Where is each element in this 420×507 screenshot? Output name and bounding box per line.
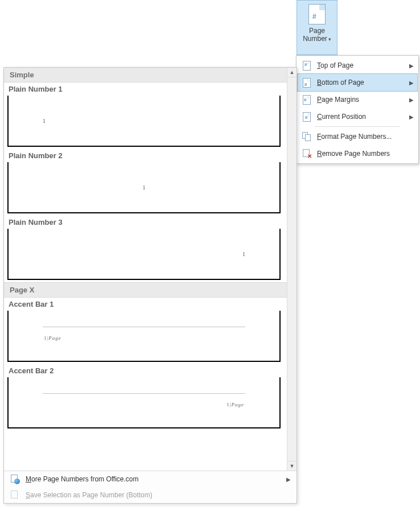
dropdown-arrow-icon: ▾ bbox=[328, 36, 331, 42]
preview-accent: 1|Page bbox=[227, 402, 244, 407]
bottom-of-page-icon: # bbox=[301, 77, 312, 88]
page-number-icon: # bbox=[308, 4, 326, 24]
submenu-arrow-icon: ▶ bbox=[409, 97, 414, 103]
gallery-item-label: Accent Bar 1 bbox=[6, 298, 285, 311]
preview-number: 1 bbox=[43, 118, 46, 124]
preview-number: 1 bbox=[242, 251, 245, 257]
hash-icon: # bbox=[312, 13, 316, 20]
menu-label: Top of Page bbox=[317, 61, 406, 69]
format-page-numbers-icon bbox=[301, 131, 312, 142]
scroll-up-button[interactable]: ▲ bbox=[287, 68, 297, 77]
top-of-page-icon: # bbox=[301, 60, 312, 71]
menu-item-current-position[interactable]: # Current Position ▶ bbox=[298, 108, 417, 125]
menu-item-bottom-of-page[interactable]: # Bottom of Page ▶ bbox=[298, 74, 417, 91]
preview-accent-bar-1: 1|Page bbox=[7, 311, 281, 362]
submenu-arrow-icon: ▶ bbox=[409, 80, 414, 86]
gallery-footer: More Page Numbers from Office.com ▶ Save… bbox=[4, 471, 297, 503]
menu-label: Remove Page Numbers bbox=[317, 150, 414, 158]
preview-accent: 1|Page bbox=[44, 335, 61, 341]
menu-separator bbox=[315, 126, 400, 127]
gallery-item-plain-number-2[interactable]: Plain Number 2 1 bbox=[4, 149, 287, 216]
gallery-item-label: Plain Number 1 bbox=[6, 83, 285, 96]
gallery-item-accent-bar-2[interactable]: Accent Bar 2 1|Page bbox=[4, 364, 287, 431]
preview-line bbox=[43, 327, 245, 327]
submenu-arrow-icon: ▶ bbox=[286, 476, 291, 483]
menu-label: Bottom of Page bbox=[317, 79, 406, 86]
submenu-arrow-icon: ▶ bbox=[409, 114, 414, 120]
office-online-icon bbox=[10, 474, 20, 484]
preview-accent-bar-2: 1|Page bbox=[7, 377, 281, 428]
menu-item-top-of-page[interactable]: # Top of Page ▶ bbox=[298, 57, 417, 74]
gallery-list: Simple Plain Number 1 1 Plain Number 2 1… bbox=[4, 68, 287, 471]
gallery-item-label: Plain Number 2 bbox=[6, 149, 285, 162]
menu-label: Current Position bbox=[317, 113, 406, 121]
command-label: More Page Numbers from Office.com bbox=[26, 475, 286, 483]
more-page-numbers-command[interactable]: More Page Numbers from Office.com ▶ bbox=[4, 471, 297, 487]
page-number-gallery: Simple Plain Number 1 1 Plain Number 2 1… bbox=[3, 67, 297, 504]
preview-plain-number-1: 1 bbox=[7, 96, 281, 147]
scroll-down-button[interactable]: ▼ bbox=[287, 461, 297, 471]
menu-item-format-page-numbers[interactable]: Format Page Numbers... bbox=[298, 128, 417, 145]
gallery-item-plain-number-3[interactable]: Plain Number 3 1 bbox=[4, 216, 287, 282]
preview-line bbox=[43, 393, 245, 394]
page-number-label: Page Number▾ bbox=[303, 27, 331, 43]
save-selection-icon bbox=[10, 490, 20, 500]
preview-plain-number-3: 1 bbox=[7, 229, 281, 280]
page-number-ribbon-button[interactable]: # Page Number▾ bbox=[297, 0, 337, 55]
submenu-arrow-icon: ▶ bbox=[409, 63, 414, 69]
menu-label: Format Page Numbers... bbox=[317, 133, 414, 141]
gallery-item-accent-bar-1[interactable]: Accent Bar 1 1|Page bbox=[4, 298, 287, 364]
remove-page-numbers-icon: ✕ bbox=[301, 148, 312, 159]
gallery-scrollbar[interactable]: ▲ ▼ bbox=[287, 68, 297, 471]
section-header-simple: Simple bbox=[4, 68, 287, 83]
gallery-item-plain-number-1[interactable]: Plain Number 1 1 bbox=[4, 83, 287, 149]
page-margins-icon: # bbox=[301, 94, 312, 105]
menu-item-page-margins[interactable]: # Page Margins ▶ bbox=[298, 91, 417, 108]
page-number-menu: # Top of Page ▶ # Bottom of Page ▶ # Pag… bbox=[296, 55, 419, 164]
gallery-item-label: Accent Bar 2 bbox=[6, 364, 285, 377]
preview-plain-number-2: 1 bbox=[7, 162, 281, 213]
gallery-item-label: Plain Number 3 bbox=[6, 216, 285, 229]
menu-label: Page Margins bbox=[317, 96, 406, 104]
save-selection-command: Save Selection as Page Number (Bottom) bbox=[4, 487, 297, 503]
command-label: Save Selection as Page Number (Bottom) bbox=[26, 491, 291, 499]
current-position-icon: # bbox=[301, 111, 312, 122]
menu-item-remove-page-numbers[interactable]: ✕ Remove Page Numbers bbox=[298, 145, 417, 162]
preview-number: 1 bbox=[143, 184, 146, 191]
section-header-pagex: Page X bbox=[4, 282, 287, 298]
